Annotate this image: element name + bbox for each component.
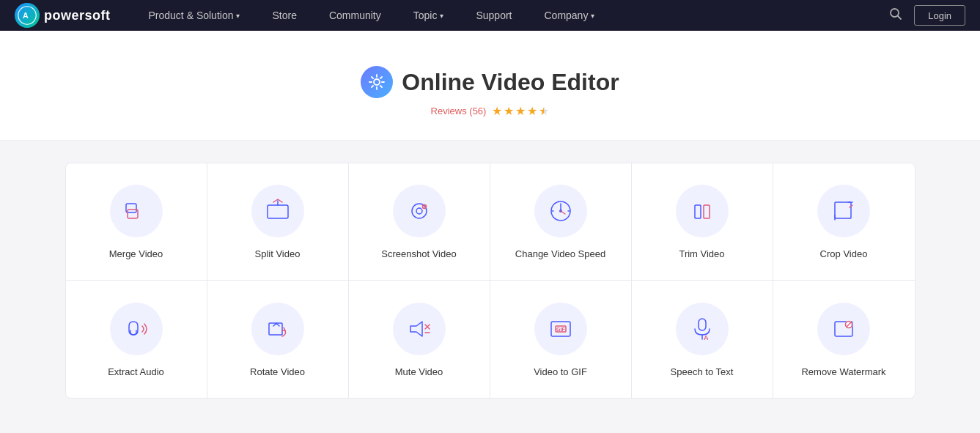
tool-speech-to-text[interactable]: A Speech to Text	[632, 281, 773, 398]
login-button[interactable]: Login	[914, 5, 965, 26]
trim-video-label: Trim Video	[679, 248, 724, 261]
tool-extract-audio[interactable]: Extract Audio	[66, 281, 207, 398]
star-1: ★	[492, 104, 502, 118]
logo-icon: A	[15, 3, 40, 28]
svg-text:A: A	[23, 11, 29, 20]
hero-section: Online Video Editor Reviews (56) ★ ★ ★ ★…	[0, 31, 980, 141]
svg-point-4	[374, 79, 380, 85]
svg-line-9	[372, 77, 373, 78]
tools-section: Merge Video Split Video S	[51, 141, 930, 428]
nav-item-store[interactable]: Store	[256, 0, 312, 31]
svg-text:A: A	[704, 334, 709, 341]
split-video-label: Split Video	[255, 248, 301, 261]
svg-line-3	[898, 16, 902, 20]
svg-line-11	[380, 77, 382, 78]
video-to-gif-icon-bg: GIF	[534, 303, 587, 355]
nav-right: Login	[886, 4, 965, 26]
hero-title-row: Online Video Editor	[361, 66, 619, 98]
merge-video-label: Merge Video	[109, 248, 163, 261]
speech-to-text-icon-bg: A	[676, 303, 729, 355]
extract-audio-icon-bg	[110, 303, 163, 355]
svg-rect-32	[269, 323, 282, 335]
change-speed-label: Change Video Speed	[515, 248, 605, 261]
tool-video-to-gif[interactable]: GIF Video to GIF	[490, 281, 632, 398]
rotate-video-icon-bg	[251, 303, 304, 355]
nav-item-topic[interactable]: Topic ▾	[397, 0, 460, 31]
tool-trim-video[interactable]: Trim Video	[632, 163, 773, 281]
svg-rect-40	[699, 319, 706, 330]
logo[interactable]: A powersoft	[15, 3, 111, 28]
tool-remove-watermark[interactable]: Remove Watermark	[773, 281, 915, 398]
nav-items: Product & Solution ▾ Store Community Top…	[133, 0, 887, 31]
navbar: A powersoft Product & Solution ▾ Store C…	[0, 0, 980, 31]
hero-meta: Reviews (56) ★ ★ ★ ★ ★	[431, 104, 550, 118]
svg-marker-33	[410, 322, 422, 336]
svg-rect-26	[695, 205, 701, 218]
chevron-down-icon: ▾	[440, 12, 443, 20]
screenshot-video-label: Screenshot Video	[381, 248, 456, 261]
tool-change-video-speed[interactable]: Change Video Speed	[490, 163, 632, 281]
svg-line-10	[380, 86, 382, 87]
product-icon	[361, 66, 393, 98]
remove-watermark-label: Remove Watermark	[801, 366, 885, 379]
star-5: ★	[539, 104, 549, 118]
trim-video-icon-bg	[676, 185, 729, 237]
tool-screenshot-video[interactable]: Screenshot Video	[349, 163, 490, 281]
svg-line-12	[372, 86, 373, 87]
chevron-down-icon: ▾	[236, 12, 240, 20]
search-icon[interactable]	[886, 4, 905, 26]
svg-rect-28	[835, 202, 851, 218]
video-to-gif-label: Video to GIF	[534, 366, 587, 379]
tool-rotate-video[interactable]: Rotate Video	[207, 281, 349, 398]
tool-split-video[interactable]: Split Video	[207, 163, 349, 281]
svg-line-23	[561, 211, 565, 214]
screenshot-video-icon-bg	[393, 185, 446, 237]
rotate-video-label: Rotate Video	[250, 366, 305, 379]
svg-rect-27	[704, 205, 710, 218]
reviews-label[interactable]: Reviews (56)	[431, 106, 487, 116]
star-4: ★	[527, 104, 537, 118]
nav-item-community[interactable]: Community	[313, 0, 397, 31]
extract-audio-label: Extract Audio	[108, 366, 164, 379]
svg-rect-15	[268, 205, 288, 218]
star-rating: ★ ★ ★ ★ ★	[492, 104, 549, 118]
svg-point-17	[416, 208, 422, 214]
nav-item-support[interactable]: Support	[460, 0, 528, 31]
star-3: ★	[515, 104, 526, 118]
tool-crop-video[interactable]: Crop Video	[773, 163, 915, 281]
svg-text:GIF: GIF	[556, 327, 565, 332]
change-speed-icon-bg	[534, 185, 587, 237]
tool-mute-video[interactable]: Mute Video	[349, 281, 490, 398]
mute-video-icon-bg	[393, 303, 446, 355]
tool-grid: Merge Video Split Video S	[65, 163, 915, 399]
star-2: ★	[504, 104, 514, 118]
crop-video-icon-bg	[817, 185, 870, 237]
svg-point-19	[424, 206, 425, 207]
logo-text: powersoft	[44, 8, 111, 23]
nav-item-product[interactable]: Product & Solution ▾	[133, 0, 257, 31]
nav-item-company[interactable]: Company ▾	[528, 0, 611, 31]
crop-video-label: Crop Video	[820, 248, 868, 261]
remove-watermark-icon-bg	[817, 303, 870, 355]
chevron-down-icon: ▾	[591, 12, 594, 20]
split-video-icon-bg	[251, 185, 304, 237]
mute-video-label: Mute Video	[395, 366, 443, 379]
merge-video-icon-bg	[110, 185, 163, 237]
page-title: Online Video Editor	[402, 69, 619, 96]
tool-merge-video[interactable]: Merge Video	[66, 163, 207, 281]
speech-to-text-label: Speech to Text	[671, 366, 734, 379]
